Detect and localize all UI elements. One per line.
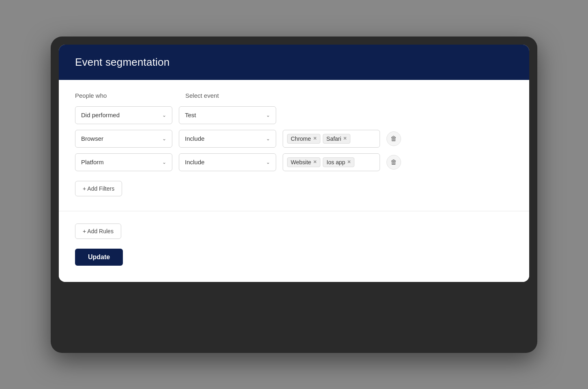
- safari-tag: Safari ✕: [323, 134, 351, 144]
- trash-icon: 🗑: [391, 159, 397, 166]
- website-tag: Website ✕: [287, 157, 320, 167]
- browser-tags-container: Chrome ✕ Safari ✕: [283, 130, 380, 148]
- main-content: People who Select event Did performed ⌄ …: [59, 80, 529, 282]
- chrome-tag-label: Chrome: [291, 135, 311, 142]
- browser-dropdown[interactable]: Browser ⌄: [75, 130, 172, 148]
- safari-tag-label: Safari: [326, 135, 341, 142]
- platform-tags-container: Website ✕ Ios app ✕: [283, 153, 380, 171]
- platform-delete-button[interactable]: 🗑: [386, 155, 401, 170]
- platform-filter-row: Platform ⌄ Include ⌄ Website ✕ Ios app: [75, 153, 513, 171]
- update-button[interactable]: Update: [75, 249, 123, 266]
- page-header: Event segmentation: [59, 45, 529, 80]
- device-frame: Event segmentation People who Select eve…: [51, 37, 537, 353]
- column-labels: People who Select event: [75, 92, 513, 99]
- rule-section: People who Select event Did performed ⌄ …: [59, 80, 529, 211]
- chevron-down-icon: ⌄: [266, 136, 270, 142]
- chevron-down-icon: ⌄: [162, 112, 166, 118]
- browser-delete-button[interactable]: 🗑: [386, 131, 401, 146]
- browser-filter-row: Browser ⌄ Include ⌄ Chrome ✕ Safari: [75, 130, 513, 148]
- chevron-down-icon: ⌄: [162, 136, 166, 142]
- bottom-section: + Add Rules Update: [59, 211, 529, 282]
- did-performed-value: Did performed: [81, 112, 120, 118]
- ios-app-tag-label: Ios app: [326, 159, 345, 165]
- safari-tag-remove[interactable]: ✕: [343, 136, 347, 141]
- chevron-down-icon: ⌄: [266, 112, 270, 118]
- ios-app-tag: Ios app ✕: [323, 157, 354, 167]
- platform-include-dropdown[interactable]: Include ⌄: [179, 153, 276, 171]
- event-name-value: Test: [185, 112, 196, 118]
- chevron-down-icon: ⌄: [266, 159, 270, 165]
- trash-icon: 🗑: [391, 135, 397, 142]
- browser-value: Browser: [81, 135, 103, 142]
- add-filters-button[interactable]: + Add Filters: [75, 181, 122, 196]
- chrome-tag-remove[interactable]: ✕: [313, 136, 317, 141]
- chrome-tag: Chrome ✕: [287, 134, 320, 144]
- platform-include-value: Include: [185, 159, 204, 165]
- platform-dropdown[interactable]: Platform ⌄: [75, 153, 172, 171]
- website-tag-remove[interactable]: ✕: [313, 160, 317, 164]
- add-rules-button[interactable]: + Add Rules: [75, 224, 121, 239]
- website-tag-label: Website: [291, 159, 311, 165]
- platform-value: Platform: [81, 159, 104, 165]
- page-title: Event segmentation: [75, 56, 513, 69]
- browser-include-dropdown[interactable]: Include ⌄: [179, 130, 276, 148]
- did-performed-dropdown[interactable]: Did performed ⌄: [75, 106, 172, 124]
- browser-include-value: Include: [185, 135, 204, 142]
- event-name-dropdown[interactable]: Test ⌄: [179, 106, 276, 124]
- device-inner: Event segmentation People who Select eve…: [59, 45, 529, 282]
- people-who-label: People who: [75, 92, 172, 99]
- chevron-down-icon: ⌄: [162, 159, 166, 165]
- ios-app-tag-remove[interactable]: ✕: [347, 160, 351, 164]
- select-event-label: Select event: [185, 92, 283, 99]
- event-row: Did performed ⌄ Test ⌄: [75, 106, 513, 124]
